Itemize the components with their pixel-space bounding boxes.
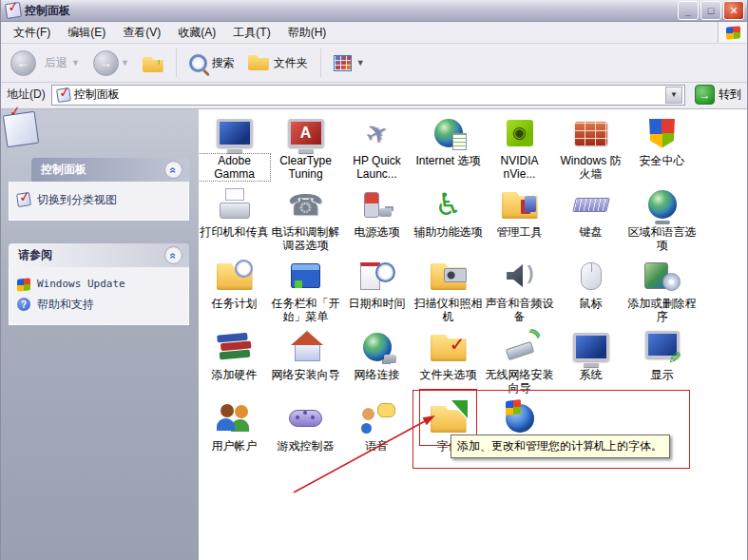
help-icon: ? <box>17 298 30 311</box>
scheduled-tasks-folder-icon <box>213 255 257 297</box>
control-panel-item[interactable]: 区域和语言选项 <box>626 183 698 255</box>
back-button[interactable]: ← 后退 <box>5 48 69 79</box>
go-label: 转到 <box>719 87 741 103</box>
accessibility-icon <box>427 183 470 225</box>
phone-modem-icon <box>284 183 328 225</box>
control-panel-big-icon <box>5 113 37 145</box>
address-input[interactable]: 控制面板 ▼ <box>51 85 685 106</box>
display-icon <box>641 326 684 368</box>
forward-dropdown[interactable]: ▼ <box>121 58 129 68</box>
item-label: 游戏控制器 <box>277 439 336 453</box>
control-panel-item[interactable]: 安全中心 <box>626 112 698 183</box>
folders-button[interactable]: 文件夹 <box>242 52 314 74</box>
views-icon <box>334 55 352 71</box>
back-dropdown[interactable]: ▼ <box>71 58 80 68</box>
control-panel-item[interactable]: 辅助功能选项 <box>412 183 484 255</box>
network-connections-globe-icon <box>355 326 399 368</box>
panel-header[interactable]: 请参阅 « <box>9 243 189 267</box>
item-label: 无线网络安装向导 <box>484 368 555 395</box>
item-label: 区域和语言选项 <box>626 225 698 252</box>
taskbar-startmenu-icon <box>284 255 328 297</box>
go-icon: → <box>695 85 715 105</box>
control-panel-item[interactable]: 系统 <box>555 326 626 397</box>
control-panel-item[interactable]: 日期和时间 <box>341 255 412 326</box>
sidebar-item-switch-view[interactable]: 切换到分类视图 <box>15 189 184 211</box>
control-panel-item[interactable]: 电话和调制解调器选项 <box>270 183 341 255</box>
control-panel-item[interactable]: NVIDIA nVie... <box>484 112 555 183</box>
control-panel-item[interactable]: 电源选项 <box>341 183 412 255</box>
close-button[interactable]: ✕ <box>723 1 744 20</box>
menu-item-4[interactable]: 工具(T) <box>224 23 278 43</box>
keyboard-icon <box>569 183 613 225</box>
up-button[interactable]: ↑ <box>137 50 169 75</box>
control-panel-item[interactable]: 语音 <box>341 397 412 469</box>
menu-item-2[interactable]: 查看(V) <box>114 23 169 43</box>
windows-flag-icon <box>726 26 740 39</box>
control-panel-item[interactable]: 网络连接 <box>341 326 412 397</box>
power-options-icon <box>355 183 399 225</box>
control-panel-item[interactable]: 打印机和传真 <box>199 183 270 255</box>
item-label: 键盘 <box>579 225 604 239</box>
control-panel-item[interactable]: 文件夹选项 <box>412 326 484 397</box>
sidebar-item-windows-update[interactable]: Windows Update <box>15 275 184 294</box>
go-button[interactable]: → 转到 <box>691 85 745 105</box>
item-label: 用户帐户 <box>211 439 259 453</box>
item-label: 添加硬件 <box>211 368 259 381</box>
tooltip-text: 添加、更改和管理您的计算机上的字体。 <box>457 439 662 453</box>
panel-control-panel: 控制面板 « 切换到分类视图 <box>9 123 189 221</box>
control-panel-item[interactable]: 用户帐户 <box>199 397 270 469</box>
forward-button[interactable]: → <box>87 48 119 79</box>
minimize-button[interactable]: _ <box>678 1 699 20</box>
item-label: 日期和时间 <box>348 297 407 310</box>
control-panel-item[interactable]: ClearType Tuning <box>270 112 341 183</box>
item-label: 网络连接 <box>354 368 401 381</box>
menu-item-1[interactable]: 编辑(E) <box>59 23 114 43</box>
views-button[interactable]: ▼ <box>328 52 376 74</box>
control-panel-item[interactable]: 管理工具 <box>484 183 555 255</box>
system-icon <box>569 326 613 368</box>
menu-bar: 文件(F)编辑(E)查看(V)收藏(A)工具(T)帮助(H) <box>1 22 747 44</box>
item-label: 管理工具 <box>496 225 544 239</box>
item-label: 鼠标 <box>579 297 604 310</box>
control-panel-item[interactable]: 添加硬件 <box>199 326 270 397</box>
control-panel-icon <box>6 3 21 18</box>
regional-globe-icon <box>641 183 684 225</box>
control-panel-item[interactable]: Internet 选项 <box>412 112 484 183</box>
item-label: Adobe Gamma <box>199 154 270 181</box>
fonts-folder-icon <box>427 397 470 439</box>
menu-item-0[interactable]: 文件(F) <box>5 23 59 43</box>
item-label: 文件夹选项 <box>419 368 478 381</box>
address-value: 控制面板 <box>74 87 662 103</box>
search-button[interactable]: 搜索 <box>183 51 240 75</box>
control-panel-item[interactable]: 游戏控制器 <box>270 397 341 469</box>
control-panel-item[interactable]: Windows 防火墙 <box>555 112 626 183</box>
item-label: 声音和音频设备 <box>484 297 555 323</box>
security-shield-icon <box>641 112 684 154</box>
control-panel-item[interactable]: 任务计划 <box>199 255 270 326</box>
item-label: 电话和调制解调器选项 <box>270 225 341 252</box>
control-panel-item[interactable]: 网络安装向导 <box>270 326 341 397</box>
toolbar: ← 后退 ▼ → ▼ ↑ 搜索 文件夹 ▼ <box>1 44 747 83</box>
sidebar-item-help[interactable]: ? 帮助和支持 <box>15 294 184 316</box>
control-panel-item[interactable]: 无线网络安装向导 <box>484 326 555 397</box>
sound-speaker-icon <box>498 255 542 297</box>
menu-item-3[interactable]: 收藏(A) <box>169 23 224 43</box>
panel-header[interactable]: 控制面板 « <box>31 158 189 182</box>
control-panel-item[interactable]: 键盘 <box>555 183 626 255</box>
control-panel-item[interactable]: 鼠标 <box>555 255 626 326</box>
control-panel-item[interactable]: 显示 <box>626 326 698 397</box>
control-panel-item[interactable]: HP Quick Launc... <box>341 112 412 183</box>
control-panel-item[interactable]: 扫描仪和照相机 <box>412 255 484 326</box>
control-panel-item[interactable]: 声音和音频设备 <box>484 255 555 326</box>
control-panel-item[interactable]: 任务栏和「开始」菜单 <box>270 255 341 326</box>
nvidia-icon <box>498 112 542 154</box>
collapse-chevron-icon[interactable]: « <box>164 246 182 264</box>
control-panel-item[interactable]: 添加或删除程序 <box>626 255 698 326</box>
firewall-icon <box>569 112 613 154</box>
address-dropdown[interactable]: ▼ <box>665 87 682 104</box>
maximize-button[interactable]: □ <box>700 1 721 20</box>
control-panel-item[interactable]: Adobe Gamma <box>199 112 270 183</box>
rocket-icon <box>355 112 399 154</box>
collapse-chevron-icon[interactable]: « <box>164 161 182 179</box>
menu-item-5[interactable]: 帮助(H) <box>279 23 336 43</box>
